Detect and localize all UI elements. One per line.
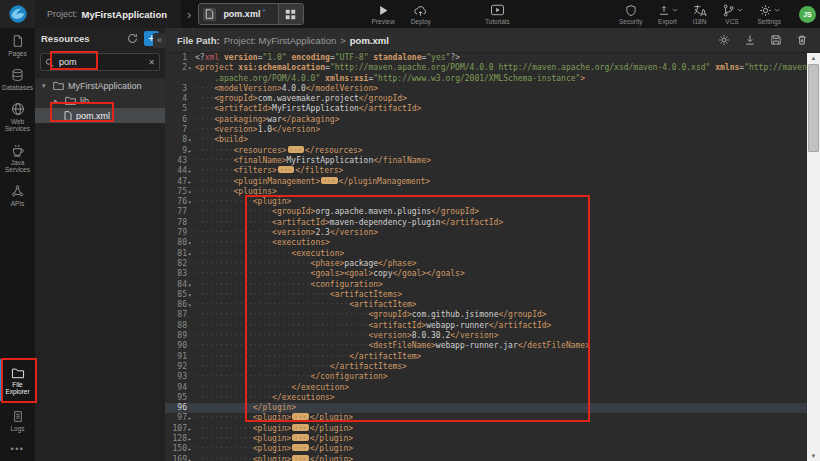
code-line[interactable]: 3····<modelVersion>4.0.0</modelVersion> (165, 84, 807, 94)
folded-code-icon[interactable]: ··· (292, 455, 308, 461)
tree-item-project-root[interactable]: ▾ MyFirstApplication (35, 78, 165, 93)
refresh-icon[interactable] (127, 33, 138, 44)
fold-toggle-icon[interactable]: ▾ (187, 135, 195, 145)
fold-toggle-icon[interactable]: ▸ (187, 424, 195, 434)
fold-toggle-icon[interactable]: ▾ (187, 63, 195, 73)
code-line[interactable]: 87····································<g… (165, 310, 807, 320)
code-line[interactable]: 86▾································<arti… (165, 300, 807, 310)
code-line[interactable]: 85▾····························<artifact… (165, 290, 807, 300)
code-line[interactable]: 77················<groupId>org.apache.ma… (165, 207, 807, 217)
chevron-right-icon[interactable]: ▸ (54, 97, 61, 105)
fold-toggle-icon[interactable]: ▸ (187, 413, 195, 423)
sidebar-item-web-services[interactable]: Web Services (0, 96, 35, 137)
fold-toggle-icon[interactable]: ▸ (187, 434, 195, 444)
code-line[interactable]: 2▾<project xsi:schemaLocation="http://ma… (165, 63, 807, 73)
editor-settings-icon[interactable] (718, 34, 730, 46)
code-line[interactable]: 80▾················<executions> (165, 238, 807, 248)
folded-code-icon[interactable]: ··· (321, 177, 337, 184)
i18n-button[interactable]: I18N (693, 3, 707, 25)
vcs-button[interactable]: VCS (722, 3, 743, 25)
fold-toggle-icon[interactable]: ▸ (187, 177, 195, 187)
settings-button[interactable]: Settings (758, 3, 782, 25)
code-line[interactable]: 88····································<a… (165, 321, 807, 331)
chevron-down-icon[interactable]: ▾ (42, 82, 49, 90)
fold-toggle-icon[interactable]: ▾ (187, 249, 195, 259)
code-line[interactable]: 4····<groupId>com.wavemaker.project</gro… (165, 94, 807, 104)
code-line[interactable]: 44▸········<filters>···</filters> (165, 166, 807, 176)
fold-toggle-icon[interactable]: ▸ (187, 444, 195, 454)
fold-toggle-icon[interactable]: ▾ (187, 197, 195, 207)
code-line[interactable]: 93························</configuratio… (165, 372, 807, 382)
code-line[interactable]: 43········<finalName>MyFirstApplication<… (165, 156, 807, 166)
folded-code-icon[interactable]: ··· (278, 166, 294, 173)
grid-view-icon[interactable] (278, 4, 303, 24)
code-line[interactable]: 97▸············<plugin>···</plugin> (165, 413, 807, 423)
folded-code-icon[interactable]: ··· (292, 413, 308, 420)
clear-search-icon[interactable]: ✕ (148, 58, 155, 67)
code-line[interactable]: 8▾····<build> (165, 135, 807, 145)
code-line[interactable]: 84▾························<configuratio… (165, 280, 807, 290)
folded-code-icon[interactable]: ··· (292, 424, 308, 431)
code-line[interactable]: 81▾····················<execution> (165, 249, 807, 259)
code-line[interactable]: 94····················</execution> (165, 383, 807, 393)
code-line[interactable]: 83························<goals><goal>c… (165, 269, 807, 279)
deploy-button[interactable]: Deploy (411, 3, 431, 25)
code-line[interactable]: 89····································<v… (165, 331, 807, 341)
sidebar-item-java-services[interactable]: Java Services (0, 137, 35, 178)
editor-scrollbar[interactable]: ▲ ▼ (807, 53, 820, 461)
delete-icon[interactable] (796, 34, 808, 46)
fold-toggle-icon[interactable]: ▾ (187, 300, 195, 310)
sidebar-item-apis[interactable]: APIs (0, 178, 35, 212)
code-line[interactable]: 169▸············<plugin>···</plugin> (165, 455, 807, 461)
save-icon[interactable] (770, 34, 782, 46)
code-line[interactable]: 92····························</artifact… (165, 362, 807, 372)
code-line[interactable]: 90····································<d… (165, 341, 807, 351)
scroll-down-icon[interactable]: ▼ (807, 451, 820, 461)
code-line[interactable]: 82························<phase>package… (165, 259, 807, 269)
code-line[interactable]: 5····<artifactId>MyFirstApplication</art… (165, 104, 807, 114)
export-button[interactable]: Export (658, 3, 678, 25)
search-input[interactable] (57, 56, 145, 68)
folded-code-icon[interactable]: ··· (288, 146, 304, 153)
code-line[interactable]: 75▾········<plugins> (165, 187, 807, 197)
fold-toggle-icon[interactable]: ▾ (187, 290, 195, 300)
tab-pom-xml[interactable]: pom.xml * (198, 3, 303, 25)
sidebar-item-logs[interactable]: Logs (0, 404, 35, 437)
download-icon[interactable] (744, 34, 756, 46)
sidebar-item-pages[interactable]: Pages (0, 28, 35, 62)
code-line[interactable]: 128▸············<plugin>···</plugin> (165, 434, 807, 444)
code-line[interactable]: 1<?xml version="1.0" encoding="UTF-8" st… (165, 53, 807, 63)
code-line[interactable]: 95················</executions> (165, 393, 807, 403)
scrollbar-thumb[interactable] (808, 64, 819, 152)
fold-toggle-icon[interactable]: ▾ (187, 238, 195, 248)
folded-code-icon[interactable]: ··· (292, 444, 308, 451)
user-avatar[interactable]: JS (799, 6, 816, 23)
fold-toggle-icon[interactable]: ▾ (187, 187, 195, 197)
more-options-icon[interactable]: ••• (0, 444, 35, 454)
sidebar-item-file-explorer[interactable]: File Explorer (0, 361, 35, 400)
collapse-panel-icon[interactable]: « (153, 33, 166, 48)
code-line[interactable]: 91································</arti… (165, 352, 807, 362)
scroll-up-icon[interactable]: ▲ (807, 53, 820, 63)
code-line[interactable]: 6····<packaging>war</packaging> (165, 115, 807, 125)
code-line[interactable]: 107▸············<plugin>···</plugin> (165, 424, 807, 434)
fold-toggle-icon[interactable]: ▸ (187, 166, 195, 176)
code-line[interactable]: 96············</plugin> (165, 403, 807, 413)
code-line[interactable]: 76▾············<plugin> (165, 197, 807, 207)
code-line[interactable]: 9▸········<resources>···</resources> (165, 146, 807, 156)
preview-button[interactable]: Preview (372, 3, 395, 25)
fold-toggle-icon[interactable]: ▸ (187, 455, 195, 461)
tree-item-pom-xml[interactable]: pom.xml (35, 108, 165, 123)
code-line[interactable]: 150▸············<plugin>···</plugin> (165, 444, 807, 454)
code-line[interactable]: 78················<artifactId>maven-depe… (165, 218, 807, 228)
code-line[interactable]: 79················<version>2.3</version> (165, 228, 807, 238)
sidebar-item-databases[interactable]: Databases (0, 62, 35, 96)
tree-item-lib[interactable]: ▸ lib (35, 93, 165, 108)
folded-code-icon[interactable]: ··· (292, 434, 308, 441)
fold-toggle-icon[interactable]: ▸ (187, 146, 195, 156)
fold-toggle-icon[interactable]: ▾ (187, 280, 195, 290)
code-line[interactable]: .apache.org/POM/4.0.0" xmlns:xsi="http:/… (165, 74, 807, 84)
code-line[interactable]: 47▸········<pluginManagement>···</plugin… (165, 177, 807, 187)
security-button[interactable]: Security (619, 3, 642, 25)
code-line[interactable]: 7····<version>1.0</version> (165, 125, 807, 135)
